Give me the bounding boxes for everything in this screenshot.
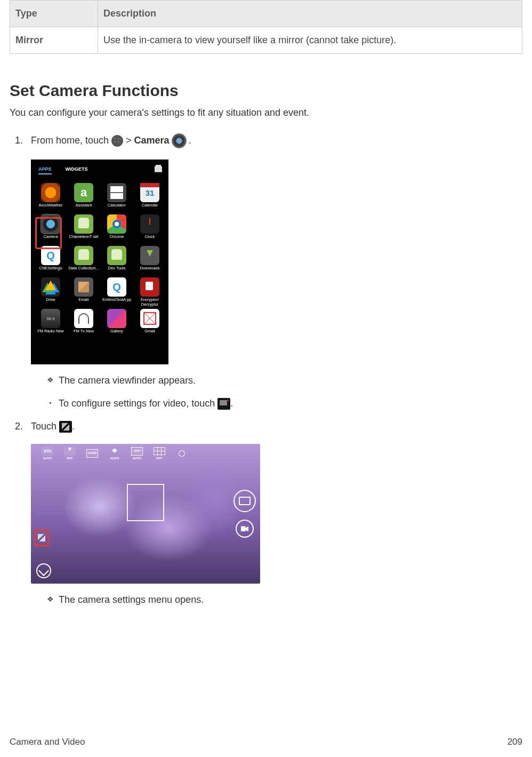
app-label: AccuWeather <box>35 203 66 212</box>
app-icon <box>41 183 60 202</box>
topbar-label: AUTO <box>133 456 142 460</box>
steps-list: From home, touch > Camera . APPS WIDGETS… <box>10 134 522 607</box>
app-label: FM Tx New <box>68 329 99 338</box>
app-icon <box>140 277 159 297</box>
tab-widgets[interactable]: WIDGETS <box>66 166 88 175</box>
app-item[interactable]: AccuWeather <box>35 183 66 212</box>
topbar-item[interactable]: AUTO <box>131 447 143 460</box>
cell-description: Use the in-camera to view yourself like … <box>98 27 522 54</box>
app-label: EmbmsTestA pp <box>101 298 132 307</box>
app-item[interactable]: Calculator <box>101 183 132 212</box>
app-item[interactable]: Encryptor/ Decryptor <box>134 277 165 307</box>
camera-icon <box>172 134 186 148</box>
app-label: ChameleonT set <box>68 235 99 244</box>
app-item[interactable]: Clock <box>134 214 165 244</box>
app-item[interactable]: QEmbmsTestA pp <box>101 277 132 307</box>
topbar-item[interactable]: AUTO <box>109 447 120 460</box>
settings-wrench-highlight[interactable] <box>34 529 49 546</box>
topbar-item[interactable]: AUTO <box>42 447 53 460</box>
app-item[interactable]: Data Collection... <box>68 246 99 275</box>
app-item[interactable]: FM Radio New <box>35 309 66 338</box>
app-item[interactable]: QCNESettings <box>35 246 66 275</box>
app-icon: Q <box>107 277 126 297</box>
app-item[interactable]: Calendar <box>134 183 165 212</box>
app-icon <box>41 277 60 297</box>
app-item[interactable]: aAssistant <box>68 183 99 212</box>
bullet-video-text: To configure settings for video, touch <box>59 398 217 409</box>
app-icon <box>140 183 159 202</box>
screenshot-camera-viewfinder: AUTOOFFAUTOAUTOOFF <box>31 444 260 584</box>
step2-sublist: The camera settings menu opens. <box>31 593 522 607</box>
footer-page: 209 <box>507 736 522 748</box>
table-row: Mirror Use the in-camera to view yoursel… <box>10 27 522 54</box>
topbar-icon <box>64 447 76 456</box>
app-item[interactable]: Gmail <box>134 309 165 338</box>
app-label: Data Collection... <box>68 266 99 275</box>
topbar-item[interactable] <box>86 449 98 458</box>
app-icon <box>107 214 126 234</box>
topbar-item[interactable] <box>176 449 188 458</box>
tab-apps[interactable]: APPS <box>38 166 52 175</box>
step2-end: . <box>72 421 75 432</box>
app-label: Chrome <box>101 235 132 244</box>
topbar-item[interactable]: OFF <box>64 447 76 460</box>
topbar-label: AUTO <box>110 456 119 460</box>
app-label: Gallery <box>101 329 132 338</box>
app-item[interactable]: Dev Tools <box>101 246 132 275</box>
app-label: Dev Tools <box>101 266 132 275</box>
app-label: Calculator <box>101 203 132 212</box>
shop-icon[interactable] <box>155 165 162 172</box>
page-footer: Camera and Video 209 <box>10 736 522 748</box>
bullet-settings-menu: The camera settings menu opens. <box>47 593 522 607</box>
app-label: Email <box>68 298 99 307</box>
focus-square <box>127 484 164 521</box>
shutter-button[interactable] <box>233 490 256 512</box>
topbar-icon <box>109 447 120 456</box>
app-icon <box>140 246 159 265</box>
app-label: Calendar <box>134 203 165 212</box>
topbar-label: OFF <box>156 456 163 460</box>
app-item[interactable]: ChameleonT set <box>68 214 99 244</box>
section-heading: Set Camera Functions <box>10 79 522 102</box>
topbar-item[interactable]: OFF <box>154 447 165 460</box>
topbar-icon <box>176 449 188 458</box>
step1-text-d: . <box>186 135 191 146</box>
topbar-icon <box>154 447 165 456</box>
app-icon <box>140 309 159 328</box>
app-item[interactable]: Gallery <box>101 309 132 338</box>
topbar-label: AUTO <box>43 456 52 460</box>
apps-tabs: APPS WIDGETS <box>35 164 164 177</box>
app-item[interactable]: Downloads <box>134 246 165 275</box>
app-item[interactable]: Drive <box>35 277 66 307</box>
video-mode-icon <box>217 398 230 410</box>
app-label: Encryptor/ Decryptor <box>134 298 165 307</box>
app-label: Assistant <box>68 203 99 212</box>
expand-button[interactable] <box>36 563 51 578</box>
record-button[interactable] <box>236 520 254 538</box>
app-item[interactable]: FM Tx New <box>68 309 99 338</box>
th-type: Type <box>10 1 98 27</box>
app-label: Downloads <box>134 266 165 275</box>
app-icon <box>107 183 126 202</box>
camera-app-highlight <box>35 217 62 249</box>
topbar-icon <box>131 447 143 456</box>
topbar-icon <box>86 449 98 458</box>
footer-section: Camera and Video <box>10 736 85 748</box>
cell-type: Mirror <box>10 27 98 54</box>
apps-icon <box>111 135 123 147</box>
th-description: Description <box>98 1 522 27</box>
bullet-video-settings: To configure settings for video, touch . <box>47 397 522 410</box>
feature-table: Type Description Mirror Use the in-camer… <box>10 0 522 54</box>
app-icon <box>107 309 126 328</box>
app-item[interactable]: Email <box>68 277 99 307</box>
app-grid: AccuWeatheraAssistantCalculatorCalendarC… <box>35 183 164 338</box>
step-2: Touch . AUTOOFFAUTOAUTOOFF The camera se… <box>31 420 522 607</box>
app-item[interactable]: Chrome <box>101 214 132 244</box>
app-icon <box>140 214 159 234</box>
section-intro: You can configure your camera's settings… <box>10 106 522 119</box>
step1-sublist: The camera viewfinder appears. To config… <box>31 374 522 410</box>
bullet-video-end: . <box>230 398 233 409</box>
topbar-icon <box>42 447 53 456</box>
step-1: From home, touch > Camera . APPS WIDGETS… <box>31 134 522 411</box>
step1-text-a: From home, touch <box>31 135 111 146</box>
